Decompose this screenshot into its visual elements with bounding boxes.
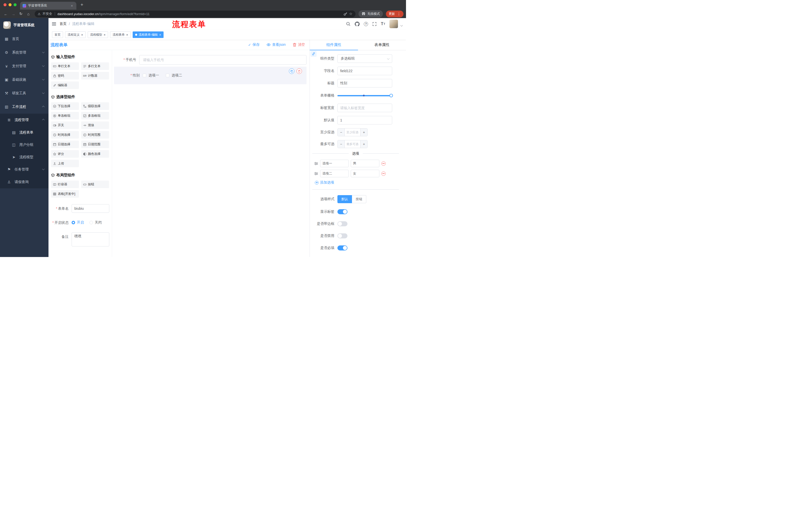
tag-close-icon[interactable]: × (159, 33, 161, 36)
palette-item-rating[interactable]: 评分 (51, 150, 79, 158)
palette-item-time-picker[interactable]: 时间选择 (51, 131, 79, 139)
sidebar-item-user-groups[interactable]: ◫ 用户分组 (0, 139, 49, 151)
max-select-value[interactable]: 最多可选 (345, 140, 360, 148)
palette-item-password[interactable]: 密码 (51, 72, 79, 79)
label-width-input[interactable] (338, 104, 392, 112)
reload-icon[interactable]: ↻ (18, 10, 24, 17)
sidebar-item-workflow[interactable]: ▥ 工作流程 (0, 100, 49, 114)
palette-item-single-line-text[interactable]: 单行文本 (51, 62, 79, 70)
drag-handle-icon[interactable] (314, 172, 318, 175)
clear-button[interactable]: 清空 (293, 43, 305, 47)
min-select-value[interactable]: 至少应选 (345, 129, 360, 136)
avatar[interactable] (389, 20, 398, 28)
palette-item-time-range[interactable]: 时间范围 (81, 131, 109, 139)
style-button-button[interactable]: 按钮 (352, 195, 366, 203)
font-size-icon[interactable]: TT (381, 22, 385, 26)
status-radio-off[interactable]: 关闭 (89, 220, 102, 225)
hamburger-icon[interactable] (49, 18, 60, 30)
tag-close-icon[interactable]: × (126, 33, 128, 36)
slider-handle[interactable] (389, 94, 393, 97)
fullscreen-icon[interactable] (372, 22, 377, 26)
tag-close-icon[interactable]: × (104, 33, 106, 36)
palette-item-row-container[interactable]: 行容器 (51, 181, 79, 188)
canvas-widget-phone[interactable]: *手机号 (114, 55, 307, 64)
add-option-button[interactable]: 添加选项 (315, 180, 400, 185)
remove-option-icon[interactable] (381, 171, 386, 176)
palette-item-multi-line-text[interactable]: 多行文本 (81, 62, 109, 70)
gender-checkbox-option2[interactable]: 选项二 (166, 73, 182, 78)
palette-item-cascade[interactable]: 级联选择 (81, 102, 109, 110)
field-name-input[interactable] (338, 66, 392, 75)
tag-process-form[interactable]: 流程表单 × (110, 31, 130, 38)
delete-widget-button[interactable] (296, 69, 302, 74)
sidebar-item-process-form[interactable]: ▤ 流程表单 (0, 126, 49, 139)
browser-tab[interactable]: 芋道管理系统 × (20, 2, 76, 9)
app-logo-row[interactable]: 芋道管理系统 (0, 18, 49, 32)
sidebar-item-system[interactable]: ⚙ 系统管理 (0, 46, 49, 59)
palette-item-dropdown[interactable]: 下拉选择 (51, 102, 79, 110)
sidebar-item-infrastructure[interactable]: ▣ 基础设施 (0, 73, 49, 86)
decrease-icon[interactable]: − (338, 129, 345, 136)
update-browser-button[interactable]: 更新 ⋮ (386, 10, 404, 17)
option2-label-input[interactable] (320, 170, 349, 177)
disabled-toggle[interactable] (338, 233, 347, 238)
avatar-chevron-down-icon[interactable] (401, 24, 403, 26)
forward-icon[interactable]: → (10, 10, 17, 17)
sidebar-item-process-model[interactable]: ➤ 流程模型 (0, 151, 49, 163)
gender-checkbox-option1[interactable]: 选项一 (143, 73, 159, 78)
palette-item-checkbox-group[interactable]: 多选框组 (81, 112, 109, 119)
palette-item-slider[interactable]: 滑块 (81, 121, 109, 129)
copy-widget-button[interactable] (289, 69, 294, 74)
search-icon[interactable] (346, 22, 350, 26)
option1-value-input[interactable] (351, 160, 379, 167)
close-window-button[interactable] (3, 3, 6, 6)
option1-label-input[interactable] (320, 160, 349, 167)
palette-item-table[interactable]: 表格[开发中] (51, 190, 79, 198)
bordered-toggle[interactable] (338, 221, 347, 226)
option2-value-input[interactable] (351, 170, 379, 177)
browser-menu-icon[interactable]: ⋮ (397, 12, 401, 16)
zoom-window-button[interactable] (13, 3, 17, 6)
minimize-window-button[interactable] (8, 3, 11, 6)
required-toggle[interactable] (338, 245, 347, 250)
sidebar-item-payment[interactable]: ¥ 支付管理 (0, 59, 49, 73)
decrease-icon[interactable]: − (338, 140, 345, 148)
show-label-toggle[interactable] (338, 209, 347, 214)
sidebar-item-home[interactable]: ▦ 首页 (0, 32, 49, 46)
tag-close-icon[interactable]: × (81, 33, 83, 36)
phone-field-input[interactable] (139, 55, 307, 64)
palette-item-counter[interactable]: 123计数器 (81, 72, 109, 79)
sidebar-item-devtools[interactable]: ⚒ 研发工具 (0, 86, 49, 100)
component-type-select[interactable]: 多选框组 (338, 54, 392, 63)
default-value-input[interactable] (338, 116, 392, 125)
canvas-widget-gender-selected[interactable]: *性别 选项一 选项二 (114, 66, 307, 84)
sidebar-item-leave-query[interactable]: ♙ 请假查询 (0, 176, 49, 188)
palette-item-editor[interactable]: 编辑器 (51, 81, 79, 89)
form-remark-textarea[interactable]: 嘿嘿 (71, 232, 109, 246)
tag-process-form-edit[interactable]: 流程表单-编辑 × (133, 31, 164, 38)
tab-close-icon[interactable]: × (70, 4, 74, 8)
palette-item-button[interactable]: 按钮 (81, 181, 109, 188)
slider-track[interactable] (338, 95, 392, 96)
remove-option-icon[interactable] (381, 161, 386, 166)
form-name-input[interactable] (71, 204, 109, 213)
github-icon[interactable] (355, 22, 359, 26)
increase-icon[interactable]: + (360, 140, 367, 148)
palette-item-switch[interactable]: 开关 (51, 121, 79, 129)
view-json-button[interactable]: 查看json (266, 43, 286, 47)
palette-item-radio-group[interactable]: 单选框组 (51, 112, 79, 119)
tag-home[interactable]: 首页 (52, 31, 63, 38)
palette-item-color-picker[interactable]: 颜色选择 (81, 150, 109, 158)
bookmark-star-icon[interactable]: ☆ (349, 11, 352, 16)
title-input[interactable] (338, 79, 392, 87)
form-grid-slider[interactable] (338, 91, 392, 100)
status-radio-on[interactable]: 开启 (71, 220, 84, 225)
breadcrumb-home[interactable]: 首页 (60, 22, 66, 26)
palette-item-date-picker[interactable]: 日期选择 (51, 141, 79, 148)
tab-form-props[interactable]: 表单属性 (358, 40, 406, 50)
tab-component-props[interactable]: 组件属性 (310, 40, 358, 50)
palette-item-date-range[interactable]: 日期范围 (81, 141, 109, 148)
back-icon[interactable]: ← (2, 10, 9, 17)
drag-handle-icon[interactable] (314, 162, 318, 165)
drawing-board[interactable]: *手机号 *性别 选项一 选项二 (112, 50, 310, 257)
